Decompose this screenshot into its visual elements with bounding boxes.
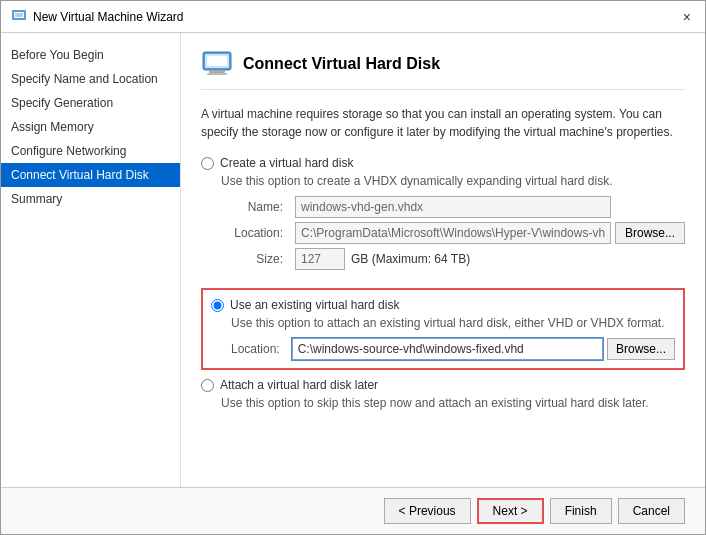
sidebar-item-assign-memory[interactable]: Assign Memory [1,115,180,139]
title-bar: New Virtual Machine Wizard × [1,1,705,33]
create-vhd-option: Create a virtual hard disk Use this opti… [201,156,685,278]
svg-rect-2 [15,13,23,17]
attach-later-option: Attach a virtual hard disk later Use thi… [201,378,685,418]
existing-location-label: Location: [231,342,288,356]
window-icon [11,7,27,26]
create-vhd-radio[interactable] [201,157,214,170]
vhd-size-input[interactable] [295,248,345,270]
svg-rect-7 [207,73,227,75]
content-area: Before You Begin Specify Name and Locati… [1,33,705,487]
attach-later-radio[interactable] [201,379,214,392]
main-content: Connect Virtual Hard Disk A virtual mach… [181,33,705,487]
use-existing-label[interactable]: Use an existing virtual hard disk [230,298,399,312]
attach-later-label[interactable]: Attach a virtual hard disk later [220,378,378,392]
vhd-name-label: Name: [221,200,291,214]
create-vhd-radio-row: Create a virtual hard disk [201,156,685,170]
vhd-location-label: Location: [221,226,291,240]
wizard-window: New Virtual Machine Wizard × Before You … [0,0,706,535]
vhd-size-unit: GB (Maximum: 64 TB) [351,252,470,266]
existing-location-row: Location: Browse... [231,338,675,360]
create-vhd-label[interactable]: Create a virtual hard disk [220,156,353,170]
existing-browse-button[interactable]: Browse... [607,338,675,360]
footer: < Previous Next > Finish Cancel [1,487,705,534]
description-text: A virtual machine requires storage so th… [201,105,685,141]
existing-location-input[interactable] [292,338,603,360]
close-button[interactable]: × [679,9,695,25]
sidebar: Before You Begin Specify Name and Locati… [1,33,181,487]
vhd-name-row: Name: [221,196,685,218]
sidebar-item-summary[interactable]: Summary [1,187,180,211]
vhd-browse-button[interactable]: Browse... [615,222,685,244]
sidebar-item-configure-networking[interactable]: Configure Networking [1,139,180,163]
attach-later-radio-row: Attach a virtual hard disk later [201,378,685,392]
sidebar-item-connect-vhd[interactable]: Connect Virtual Hard Disk [1,163,180,187]
vhd-location-row: Location: Browse... [221,222,685,244]
vhd-size-row: Size: GB (Maximum: 64 TB) [221,248,685,270]
page-title: Connect Virtual Hard Disk [243,55,440,73]
svg-rect-5 [207,56,227,66]
use-existing-section: Use an existing virtual hard disk Use th… [201,288,685,370]
sidebar-item-before-you-begin[interactable]: Before You Begin [1,43,180,67]
previous-button[interactable]: < Previous [384,498,471,524]
page-header: Connect Virtual Hard Disk [201,48,685,90]
vhd-name-input[interactable] [295,196,611,218]
next-button[interactable]: Next > [477,498,544,524]
sidebar-item-specify-name[interactable]: Specify Name and Location [1,67,180,91]
window-title: New Virtual Machine Wizard [33,10,184,24]
create-vhd-subtext: Use this option to create a VHDX dynamic… [221,174,685,188]
cancel-button[interactable]: Cancel [618,498,685,524]
attach-later-subtext: Use this option to skip this step now an… [221,396,685,410]
page-header-icon [201,48,233,79]
use-existing-radio[interactable] [211,299,224,312]
use-existing-subtext: Use this option to attach an existing vi… [231,316,675,330]
finish-button[interactable]: Finish [550,498,612,524]
use-existing-radio-row: Use an existing virtual hard disk [211,298,675,312]
title-bar-left: New Virtual Machine Wizard [11,7,184,26]
sidebar-item-specify-generation[interactable]: Specify Generation [1,91,180,115]
svg-rect-6 [209,70,225,73]
vhd-location-input[interactable] [295,222,611,244]
vhd-size-label: Size: [221,252,291,266]
